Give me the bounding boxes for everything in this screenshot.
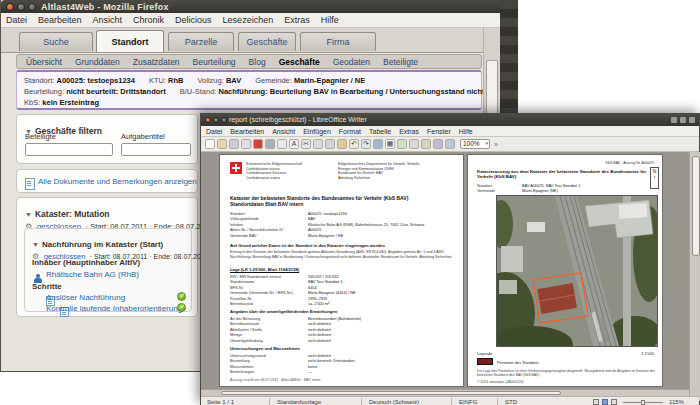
view-book-icon[interactable] (611, 399, 617, 405)
menu-bearbeiten[interactable]: Bearbeiten (230, 128, 264, 135)
disclaimer-text: Die Lage des Perimeters ist ohne Vermess… (477, 369, 655, 377)
minimize-button-icon[interactable] (17, 3, 25, 11)
export-pdf-icon[interactable] (253, 139, 263, 149)
subtab-uebersicht[interactable]: Übersicht (26, 57, 62, 67)
menu-datei[interactable]: Datei (206, 128, 222, 135)
menu-ansicht[interactable]: Ansicht (272, 128, 295, 135)
cut-icon[interactable]: ✂ (301, 139, 311, 149)
menu-delicious[interactable]: Delicious (175, 15, 212, 25)
view-multi-page-icon[interactable] (602, 399, 608, 405)
menu-hilfe[interactable]: Hilfe (459, 128, 473, 135)
statusbar-separator (451, 398, 452, 405)
writer-titlebar[interactable]: report (schreibgeschützt) - LibreOffice … (201, 114, 699, 126)
window-title: report (schreibgeschützt) - LibreOffice … (229, 116, 367, 123)
menu-fenster[interactable]: Fenster (427, 128, 451, 135)
minimize-button-icon[interactable] (213, 117, 219, 123)
subtab-grunddaten[interactable]: Grunddaten (75, 57, 120, 67)
open-icon[interactable] (217, 139, 227, 149)
page-footer: Auszug erstellt am 08.07.2011 · Altlast4… (230, 378, 321, 382)
writer-horizontal-scrollbar[interactable] (201, 389, 689, 396)
navigator-icon[interactable] (421, 139, 431, 149)
zoom-slider[interactable] (623, 402, 663, 403)
subtab-blog[interactable]: Blog (249, 57, 266, 67)
beteiligte-input[interactable] (25, 143, 113, 156)
redo-icon[interactable]: ↷ (361, 139, 371, 149)
undo-icon[interactable]: ↶ (349, 139, 359, 149)
zoom-combobox[interactable]: 100% (460, 139, 490, 149)
subtab-beurteilung[interactable]: Beurteilung (193, 57, 236, 67)
scrollbar-thumb[interactable] (692, 156, 700, 256)
scrollbar-thumb[interactable] (221, 391, 561, 395)
format-paintbrush-icon[interactable] (337, 139, 347, 149)
indicator-icon[interactable] (671, 117, 677, 123)
menu-einfuegen[interactable]: Einfügen (303, 128, 331, 135)
all-documents-link[interactable]: Alle Dokumente und Bemerkungen anzeigen (38, 177, 197, 186)
indicator-icon[interactable] (680, 117, 686, 123)
save-icon[interactable] (229, 139, 239, 149)
close-button-icon[interactable] (6, 3, 14, 11)
step-ausloeser-link[interactable]: Auslöser Nachführung (46, 293, 125, 302)
copy-icon[interactable] (313, 139, 323, 149)
find-replace-icon[interactable] (409, 139, 419, 149)
writer-statusbar: Seite 1 / 1 Standardvorlage Deutsch (Sch… (201, 396, 699, 405)
menu-bearbeiten[interactable]: Bearbeiten (38, 15, 82, 25)
menu-extras[interactable]: Extras (399, 128, 419, 135)
lage-rows: RW / HW Koordinaten zentral565'007 / 205… (230, 274, 456, 306)
step-kontrolle-link[interactable]: Kontrolle laufende Inhaberorientierung (46, 304, 182, 313)
menu-ansicht[interactable]: Ansicht (93, 15, 123, 25)
subtab-geodaten[interactable]: Geodaten (333, 57, 370, 67)
subtab-zusatzdaten[interactable]: Zusatzdaten (133, 57, 180, 67)
subtab-geschaefte[interactable]: Geschäfte (279, 57, 320, 67)
new-document-icon[interactable] (205, 139, 215, 149)
print-icon[interactable] (265, 139, 275, 149)
statusbar-zoom[interactable]: 115% (669, 399, 684, 405)
menu-datei[interactable]: Datei (6, 15, 27, 25)
firefox-titlebar[interactable]: Altlast4Web - Mozilla Firefox (1, 0, 516, 13)
statusbar-insert-mode[interactable]: EINFG (459, 399, 477, 405)
untersuchungen-rows: Untersuchungsstandnicht definiertBeurtei… (230, 353, 456, 375)
close-button-icon[interactable] (205, 117, 211, 123)
table-icon[interactable]: ▦ (385, 139, 395, 149)
statusbar-language[interactable]: Deutsch (Schweiz) (369, 399, 419, 405)
aufgabentitel-input[interactable] (121, 143, 191, 156)
tab-suche[interactable]: Suche (19, 32, 93, 51)
draw-functions-icon[interactable] (397, 139, 407, 149)
tab-standort[interactable]: Standort (96, 30, 164, 52)
hyperlink-icon[interactable] (373, 139, 383, 149)
menu-tabelle[interactable]: Tabelle (369, 128, 391, 135)
maximize-button-icon[interactable] (221, 117, 227, 123)
tab-geschaefte[interactable]: Geschäfte (238, 32, 296, 51)
menu-chronik[interactable]: Chronik (133, 15, 164, 25)
zoom-slider-knob[interactable] (641, 400, 645, 405)
menu-lesezeichen[interactable]: Lesezeichen (223, 15, 274, 25)
inhaber-link[interactable]: Rhätische Bahn AG (RhB) (46, 270, 139, 279)
writer-toolbar: A✂↶↷▦ 100% » (201, 137, 699, 152)
tab-firma[interactable]: Firma (300, 32, 376, 51)
doc-row: Betriebsarealca. 2'500 m² (230, 301, 456, 306)
tab-parzelle[interactable]: Parzelle (168, 32, 234, 51)
schritte-label: Schritte (32, 282, 62, 291)
spelling-icon[interactable]: A (289, 139, 299, 149)
gallery-icon[interactable] (433, 139, 443, 149)
maximize-button-icon[interactable] (28, 3, 36, 11)
statusbar-selection-mode[interactable]: STD (505, 399, 517, 405)
zoom-icon[interactable] (445, 139, 455, 149)
email-icon[interactable] (241, 139, 251, 149)
view-single-page-icon[interactable] (593, 399, 599, 405)
menu-format[interactable]: Format (339, 128, 361, 135)
menu-extras[interactable]: Extras (284, 15, 310, 25)
toolbar-overflow-icon[interactable]: » (494, 141, 498, 148)
doc-row: Gemeinde BAVMarin-Epagnier / NE (230, 233, 456, 238)
perimeter-swatch (477, 358, 493, 365)
indicator-icon[interactable] (689, 117, 695, 123)
paste-icon[interactable] (325, 139, 335, 149)
page-preview-icon[interactable] (277, 139, 287, 149)
doc-row: GemeindeMarin-Epagnier (NE) (477, 188, 655, 193)
info-pair: B/U-Stand: Nachführung: Beurteilung BAV … (180, 87, 517, 96)
report-title: Kataster der belasteten Standorte des Bu… (230, 195, 455, 207)
info-pair: KTU: RhB (149, 76, 184, 85)
menu-hilfe[interactable]: Hilfe (321, 15, 339, 25)
subtab-beteiligte[interactable]: Beteiligte (383, 57, 418, 67)
writer-vertical-scrollbar[interactable] (689, 152, 700, 401)
statusbar-style[interactable]: Standardvorlage (277, 399, 321, 405)
